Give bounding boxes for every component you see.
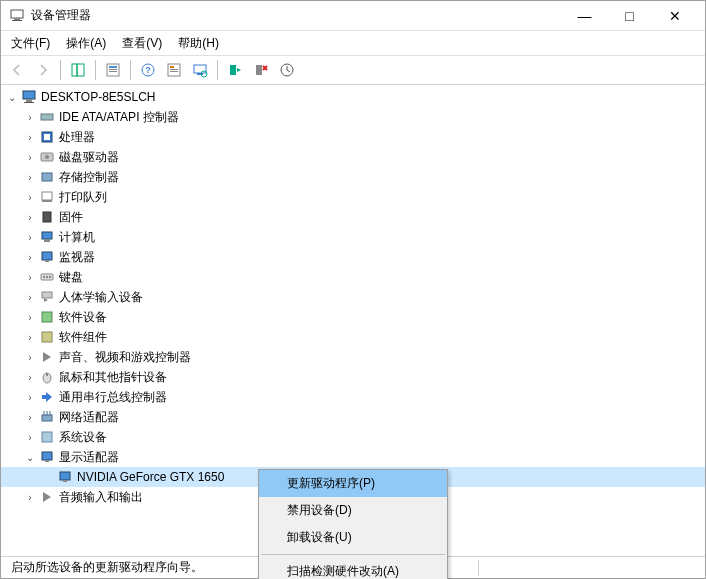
tree-category[interactable]: ›鼠标和其他指针设备 [1, 367, 705, 387]
chevron-down-icon[interactable]: ⌄ [23, 450, 37, 464]
tree-category[interactable]: ›存储控制器 [1, 167, 705, 187]
enable-device-button[interactable] [223, 58, 247, 82]
chevron-right-icon[interactable]: › [23, 390, 37, 404]
chevron-right-icon[interactable]: › [23, 270, 37, 284]
svg-rect-35 [42, 252, 52, 260]
tree-category-label: 计算机 [59, 229, 95, 246]
close-button[interactable]: ✕ [652, 2, 697, 30]
chevron-right-icon[interactable]: › [23, 290, 37, 304]
svg-rect-1 [14, 18, 20, 20]
tree-category-label: 系统设备 [59, 429, 107, 446]
context-menu-item[interactable]: 禁用设备(D) [259, 497, 447, 524]
context-menu-item[interactable]: 扫描检测硬件改动(A) [259, 558, 447, 579]
chevron-right-icon[interactable]: › [23, 190, 37, 204]
chevron-right-icon[interactable]: › [23, 490, 37, 504]
properties-button[interactable] [101, 58, 125, 82]
tree-category[interactable]: ›磁盘驱动器 [1, 147, 705, 167]
tree-category[interactable]: ›键盘 [1, 267, 705, 287]
chevron-right-icon[interactable]: › [23, 150, 37, 164]
category-icon [39, 489, 55, 505]
chevron-right-icon[interactable]: › [23, 330, 37, 344]
tree-category-label: 软件组件 [59, 329, 107, 346]
context-menu: 更新驱动程序(P)禁用设备(D)卸载设备(U)扫描检测硬件改动(A) [258, 469, 448, 579]
tree-category[interactable]: ›计算机 [1, 227, 705, 247]
svg-rect-33 [42, 232, 52, 239]
svg-rect-0 [11, 10, 23, 18]
chevron-right-icon[interactable]: › [23, 310, 37, 324]
svg-rect-36 [45, 260, 49, 262]
chevron-right-icon[interactable]: › [23, 170, 37, 184]
menu-file[interactable]: 文件(F) [5, 33, 56, 54]
category-icon [39, 229, 55, 245]
app-icon [9, 8, 25, 24]
computer-icon [21, 89, 37, 105]
maximize-button[interactable]: □ [607, 2, 652, 30]
chevron-right-icon[interactable]: › [23, 430, 37, 444]
nav-forward-button [31, 58, 55, 82]
svg-rect-26 [44, 134, 50, 140]
chevron-down-icon[interactable]: ⌄ [5, 90, 19, 104]
chevron-right-icon[interactable]: › [23, 110, 37, 124]
svg-rect-31 [42, 200, 52, 202]
svg-rect-23 [24, 102, 34, 103]
tree-category[interactable]: ›软件组件 [1, 327, 705, 347]
svg-rect-42 [42, 312, 52, 322]
svg-rect-34 [44, 239, 50, 242]
toolbar-separator [60, 60, 61, 80]
chevron-right-icon[interactable]: › [23, 350, 37, 364]
tree-category-label: 存储控制器 [59, 169, 119, 186]
svg-point-28 [45, 155, 49, 159]
uninstall-device-button[interactable] [249, 58, 273, 82]
action-button[interactable] [162, 58, 186, 82]
svg-rect-14 [170, 71, 178, 72]
svg-rect-46 [42, 415, 52, 421]
tree-category[interactable]: ›网络适配器 [1, 407, 705, 427]
help-button[interactable]: ? [136, 58, 160, 82]
menu-help[interactable]: 帮助(H) [172, 33, 225, 54]
tree-category[interactable]: ⌄显示适配器 [1, 447, 705, 467]
gpu-icon [57, 469, 73, 485]
chevron-right-icon[interactable]: › [23, 250, 37, 264]
tree-category[interactable]: ›人体学输入设备 [1, 287, 705, 307]
scan-hardware-button[interactable] [188, 58, 212, 82]
chevron-right-icon[interactable]: › [23, 410, 37, 424]
tree-category-label: 声音、视频和游戏控制器 [59, 349, 191, 366]
tree-category-label: 音频输入和输出 [59, 489, 143, 506]
category-icon [39, 269, 55, 285]
svg-rect-48 [42, 452, 52, 460]
tree-category[interactable]: ›监视器 [1, 247, 705, 267]
tree-category[interactable]: ›软件设备 [1, 307, 705, 327]
tree-category[interactable]: ›处理器 [1, 127, 705, 147]
tree-category[interactable]: ›IDE ATA/ATAPI 控制器 [1, 107, 705, 127]
minimize-button[interactable]: — [562, 2, 607, 30]
svg-rect-40 [49, 276, 51, 278]
category-icon [39, 129, 55, 145]
tree-category[interactable]: ›通用串行总线控制器 [1, 387, 705, 407]
menu-view[interactable]: 查看(V) [116, 33, 168, 54]
show-hide-tree-button[interactable] [66, 58, 90, 82]
svg-rect-7 [109, 69, 117, 70]
menu-action[interactable]: 操作(A) [60, 33, 112, 54]
svg-rect-2 [12, 20, 22, 21]
context-menu-item[interactable]: 更新驱动程序(P) [259, 470, 447, 497]
tree-category[interactable]: ›系统设备 [1, 427, 705, 447]
tree-category-label: 人体学输入设备 [59, 289, 143, 306]
toolbar: ? [1, 55, 705, 85]
tree-device-label: NVIDIA GeForce GTX 1650 [77, 470, 224, 484]
tree-category-label: 固件 [59, 209, 83, 226]
update-driver-button[interactable] [275, 58, 299, 82]
chevron-right-icon[interactable]: › [23, 230, 37, 244]
chevron-right-icon[interactable]: › [23, 130, 37, 144]
svg-rect-30 [42, 192, 52, 200]
chevron-right-icon[interactable]: › [23, 370, 37, 384]
svg-rect-13 [170, 69, 178, 70]
toolbar-separator [95, 60, 96, 80]
tree-category[interactable]: ›声音、视频和游戏控制器 [1, 347, 705, 367]
tree-category[interactable]: ›固件 [1, 207, 705, 227]
tree-root[interactable]: ⌄DESKTOP-8E5SLCH [1, 87, 705, 107]
context-menu-item[interactable]: 卸载设备(U) [259, 524, 447, 551]
tree-category[interactable]: ›打印队列 [1, 187, 705, 207]
chevron-right-icon[interactable]: › [23, 210, 37, 224]
category-icon [39, 349, 55, 365]
category-icon [39, 289, 55, 305]
